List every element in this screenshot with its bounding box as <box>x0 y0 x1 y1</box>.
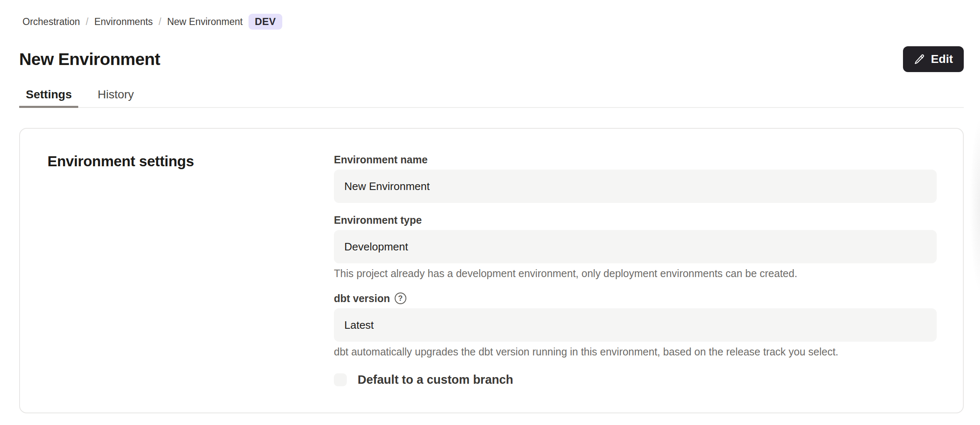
tab-history[interactable]: History <box>91 88 140 107</box>
tab-settings-label: Settings <box>26 88 72 101</box>
environment-name-label-text: Environment name <box>334 152 428 167</box>
dbt-version-input[interactable] <box>334 308 937 342</box>
tab-bar: Settings History <box>19 88 964 108</box>
environment-type-label-text: Environment type <box>334 212 422 228</box>
breadcrumb-separator: / <box>86 16 88 28</box>
breadcrumb: Orchestration / Environments / New Envir… <box>22 14 964 30</box>
breadcrumb-separator: / <box>159 16 161 28</box>
dbt-version-label: dbt version ? <box>334 291 937 306</box>
environment-settings-page: Orchestration / Environments / New Envir… <box>0 14 980 413</box>
field-dbt-version: dbt version ? dbt automatically upgrades… <box>334 291 937 358</box>
environment-type-input[interactable] <box>334 230 937 263</box>
custom-branch-label: Default to a custom branch <box>358 373 513 387</box>
breadcrumb-orchestration[interactable]: Orchestration <box>22 16 80 28</box>
help-icon[interactable]: ? <box>395 292 406 304</box>
environment-name-label: Environment name <box>334 152 937 167</box>
environment-dev-badge: DEV <box>249 14 282 30</box>
field-environment-name: Environment name <box>334 152 937 203</box>
page-header: New Environment Edit <box>19 46 964 72</box>
active-tab-underline <box>19 106 78 108</box>
breadcrumb-new-environment[interactable]: New Environment <box>167 16 243 28</box>
edit-button-label: Edit <box>931 52 953 66</box>
custom-branch-row[interactable]: Default to a custom branch <box>334 373 937 387</box>
dbt-version-helper: dbt automatically upgrades the dbt versi… <box>334 345 937 358</box>
environment-type-helper: This project already has a development e… <box>334 267 937 280</box>
tab-settings[interactable]: Settings <box>19 88 78 107</box>
section-heading: Environment settings <box>47 153 334 170</box>
environment-type-label: Environment type <box>334 212 937 228</box>
breadcrumb-environments[interactable]: Environments <box>94 16 153 28</box>
tab-history-label: History <box>97 88 134 101</box>
card-heading-column: Environment settings <box>47 129 334 387</box>
pencil-icon <box>914 53 925 65</box>
custom-branch-checkbox[interactable] <box>334 373 347 386</box>
dbt-version-label-text: dbt version <box>334 291 390 306</box>
environment-settings-card: Environment settings Environment name En… <box>19 128 964 413</box>
field-environment-type: Environment type This project already ha… <box>334 212 937 280</box>
edit-button[interactable]: Edit <box>903 46 964 72</box>
environment-name-input[interactable] <box>334 170 937 203</box>
page-title: New Environment <box>19 50 160 69</box>
environment-settings-form: Environment name Environment type This p… <box>334 152 937 387</box>
